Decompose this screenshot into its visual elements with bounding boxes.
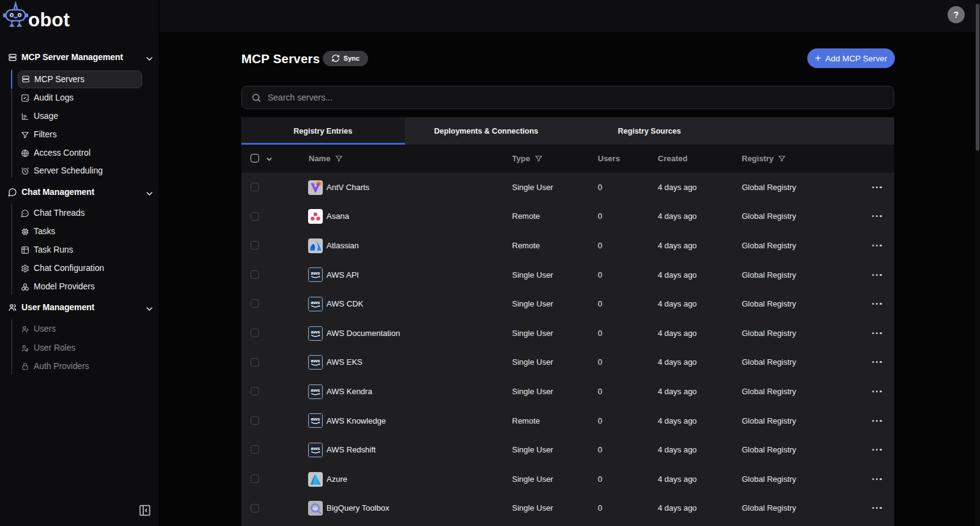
svg-text:aws: aws	[311, 387, 320, 393]
svg-text:aws: aws	[311, 446, 320, 451]
svg-text:aws: aws	[311, 270, 320, 276]
svg-text:aws: aws	[311, 416, 320, 422]
svg-text:aws: aws	[311, 358, 320, 364]
svg-text:aws: aws	[311, 300, 320, 305]
svg-text:aws: aws	[311, 329, 320, 335]
